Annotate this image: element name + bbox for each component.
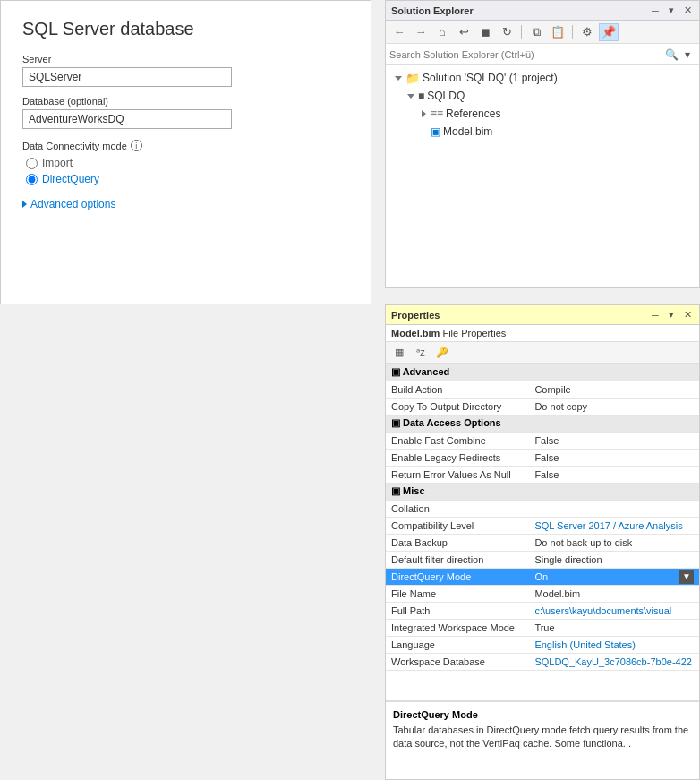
section-misc-collapse[interactable]: ▣	[391, 485, 403, 496]
section-data-access-collapse[interactable]: ▣	[391, 417, 403, 428]
prop-collation-name: Collation	[386, 500, 529, 517]
solution-explorer-toolbar: ← → ⌂ ↩ ◼ ↻ ⧉ 📋 ⚙ 📌	[386, 21, 699, 44]
search-row: 🔍 ▾	[386, 44, 699, 65]
section-advanced: ▣ Advanced	[386, 364, 699, 381]
section-data-access: ▣ Data Access Options	[386, 415, 699, 432]
prop-return-error-name: Return Error Values As Null	[386, 466, 529, 483]
prop-copy-output-value: Do not copy	[529, 398, 699, 415]
close-icon[interactable]: ✕	[681, 4, 694, 17]
back-btn[interactable]: ←	[389, 23, 409, 41]
prop-integrated-workspace: Integrated Workspace Mode True	[386, 620, 699, 637]
prop-compat-level-name: Compatibility Level	[386, 517, 529, 534]
home-btn[interactable]: ⌂	[432, 23, 452, 41]
sync-btn[interactable]: ↩	[454, 23, 474, 41]
tree-solution-item[interactable]: 📁 Solution 'SQLDQ' (1 project)	[386, 69, 699, 87]
copy-btn[interactable]: ⧉	[526, 23, 546, 41]
forward-btn[interactable]: →	[411, 23, 431, 41]
prop-collation-value	[529, 500, 699, 517]
modelbim-icon: ▣	[431, 125, 440, 138]
props-minimize-icon[interactable]: ▾	[665, 309, 678, 321]
directquery-radio-item[interactable]: DirectQuery	[26, 173, 349, 185]
prop-directquery-name: DirectQuery Mode	[386, 568, 529, 586]
desc-text: Tabular databases in DirectQuery mode fe…	[393, 724, 692, 751]
advanced-options-toggle[interactable]: Advanced options	[22, 198, 349, 210]
prop-filter-direction-value: Single direction	[529, 551, 699, 568]
pin-btn-active[interactable]: 📌	[599, 23, 619, 41]
import-radio-item[interactable]: Import	[26, 157, 349, 169]
solution-explorer-titlebar: Solution Explorer ─ ▾ ✕	[386, 1, 699, 21]
database-input[interactable]	[22, 109, 232, 129]
minimize-icon[interactable]: ▾	[665, 4, 678, 17]
panel-title: SQL Server database	[22, 19, 349, 39]
titlebar-icons: ─ ▾ ✕	[649, 4, 694, 17]
prop-filename-value: Model.bim	[529, 586, 699, 603]
search-input[interactable]	[389, 49, 663, 60]
references-icon: ≡≡	[431, 107, 443, 120]
prop-copy-output-name: Copy To Output Directory	[386, 398, 529, 415]
prop-filter-direction-name: Default filter direction	[386, 551, 529, 568]
prop-language-name: Language	[386, 637, 529, 654]
prop-fast-combine: Enable Fast Combine False	[386, 432, 699, 449]
props-titlebar-icons: ─ ▾ ✕	[649, 309, 694, 321]
prop-legacy-redirects-name: Enable Legacy Redirects	[386, 449, 529, 466]
solution-label: Solution 'SQLDQ' (1 project)	[423, 72, 558, 84]
stop-btn[interactable]: ◼	[475, 23, 495, 41]
server-input[interactable]	[22, 67, 232, 87]
prop-build-action-value: Compile	[529, 381, 699, 398]
props-close-icon[interactable]: ✕	[681, 309, 694, 321]
props-file-properties: File Properties	[442, 328, 506, 339]
search-icon[interactable]: 🔍	[663, 47, 679, 63]
properties-title: Properties	[391, 310, 440, 321]
prop-return-error: Return Error Values As Null False	[386, 466, 699, 483]
pin-icon[interactable]: ─	[649, 4, 662, 17]
prop-ws-database-value: SQLDQ_KayU_3c7086cb-7b0e-422	[529, 654, 699, 671]
props-key-btn[interactable]: 🔑	[432, 344, 452, 362]
props-sort-btn[interactable]: ᵃz	[411, 344, 431, 362]
info-icon[interactable]: i	[131, 140, 142, 151]
prop-fullpath-name: Full Path	[386, 603, 529, 620]
properties-panel: Properties ─ ▾ ✕ Model.bim File Properti…	[385, 304, 700, 780]
directquery-dropdown-arrow[interactable]: ▼	[679, 570, 694, 584]
properties-scroll-area[interactable]: ▣ Advanced Build Action Compile Copy To …	[386, 364, 699, 675]
props-pin-icon[interactable]: ─	[649, 309, 662, 321]
directquery-radio[interactable]	[26, 174, 38, 185]
props-file-name: Model.bim	[391, 328, 440, 339]
project-icon: ■	[418, 90, 424, 102]
toolbar-divider2	[572, 25, 573, 39]
prop-ws-retention-name: Workspace Retention	[386, 671, 529, 676]
props-grid-btn[interactable]: ▦	[389, 344, 409, 362]
tree-references-item[interactable]: ≡≡ References	[386, 105, 699, 123]
prop-filter-direction: Default filter direction Single directio…	[386, 551, 699, 568]
properties-subtitle: Model.bim File Properties	[386, 325, 699, 342]
section-advanced-collapse[interactable]: ▣	[391, 366, 403, 377]
solution-explorer-panel: Solution Explorer ─ ▾ ✕ ← → ⌂ ↩ ◼ ↻ ⧉ 📋 …	[385, 0, 700, 288]
connectivity-mode-label: Data Connectivity mode	[22, 141, 127, 151]
refresh-btn[interactable]: ↻	[497, 23, 516, 41]
prop-legacy-redirects-value: False	[529, 449, 699, 466]
prop-fullpath-value: c:\users\kayu\documents\visual	[529, 603, 699, 620]
prop-compat-level: Compatibility Level SQL Server 2017 / Az…	[386, 517, 699, 534]
directquery-label: DirectQuery	[42, 173, 99, 185]
prop-workspace-retention: Workspace Retention Unload from memory	[386, 671, 699, 676]
import-radio[interactable]	[26, 158, 38, 169]
paste-btn[interactable]: 📋	[548, 23, 568, 41]
prop-fast-combine-value: False	[529, 432, 699, 449]
tree-project-item[interactable]: ■ SQLDQ	[386, 87, 699, 105]
prop-fast-combine-name: Enable Fast Combine	[386, 432, 529, 449]
import-label: Import	[42, 157, 73, 169]
prop-directquery-mode[interactable]: DirectQuery Mode On ▼	[386, 568, 699, 586]
prop-full-path: Full Path c:\users\kayu\documents\visual	[386, 603, 699, 620]
prop-ws-retention-value: Unload from memory	[529, 671, 699, 676]
database-label: Database (optional)	[22, 96, 349, 107]
chevron-right-icon	[22, 201, 27, 208]
modelbim-expand-space	[418, 126, 429, 137]
section-misc-label: Misc	[403, 485, 424, 496]
search-options-icon[interactable]: ▾	[679, 47, 696, 63]
settings-btn[interactable]: ⚙	[577, 23, 597, 41]
sql-server-panel: SQL Server database Server Database (opt…	[0, 0, 371, 304]
tree-modelbim-item[interactable]: ▣ Model.bim	[386, 123, 699, 141]
prop-compat-level-value: SQL Server 2017 / Azure Analysis	[529, 517, 699, 534]
solution-icon: 📁	[405, 72, 420, 85]
properties-titlebar: Properties ─ ▾ ✕	[386, 305, 699, 325]
prop-data-backup-value: Do not back up to disk	[529, 534, 699, 551]
